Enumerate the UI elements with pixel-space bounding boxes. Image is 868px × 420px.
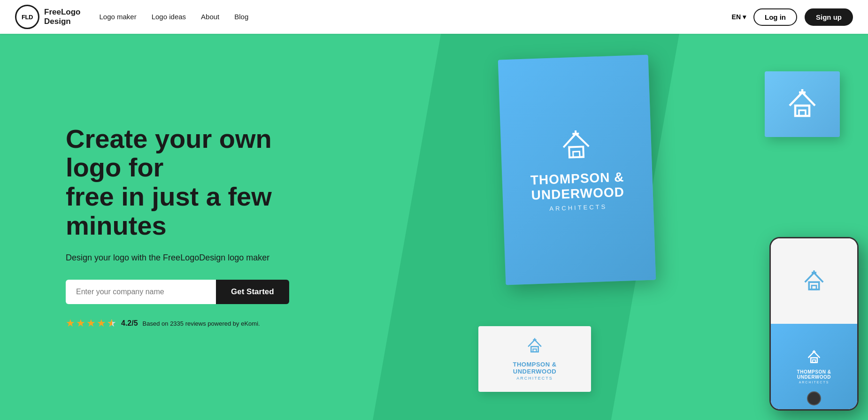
white-card-icon xyxy=(526,337,543,356)
star-4: ★ xyxy=(97,317,106,329)
star-rating: ★ ★ ★ ★ ★ ★ xyxy=(66,317,116,329)
cta-form: Get Started xyxy=(66,280,329,304)
star-2: ★ xyxy=(76,317,85,329)
brand-line2: UNDERWOOD xyxy=(530,184,625,203)
logo[interactable]: FLD FreeLogo Design xyxy=(15,5,80,29)
star-1: ★ xyxy=(66,317,75,329)
phone-brand: THOMPSON & UNDERWOOD ARCHITECTS xyxy=(797,369,831,384)
hero-content: Create your own logo for free in just a … xyxy=(0,96,329,358)
phone-screen-top xyxy=(771,238,857,324)
phone-bottom-icon xyxy=(807,350,822,367)
hero-subtitle: Design your logo with the FreeLogoDesign… xyxy=(66,253,329,263)
svg-rect-13 xyxy=(812,285,816,290)
main-business-card: THOMPSON & UNDERWOOD ARCHITECTS xyxy=(498,55,656,285)
chevron-down-icon: ▾ xyxy=(743,13,746,21)
phone-screen: THOMPSON & UNDERWOOD ARCHITECTS xyxy=(771,238,857,409)
rating-score: 4.2/5 xyxy=(121,319,138,328)
language-selector[interactable]: EN ▾ xyxy=(732,13,746,21)
logo-text: FreeLogo Design xyxy=(44,8,80,27)
hero-section: Create your own logo for free in just a … xyxy=(0,34,868,420)
nav-actions: EN ▾ Log in Sign up xyxy=(732,8,853,26)
nav-item-about[interactable]: About xyxy=(201,13,219,21)
navbar: FLD FreeLogo Design Logo maker Logo idea… xyxy=(0,0,868,34)
get-started-button[interactable]: Get Started xyxy=(216,280,289,304)
phone-home-button xyxy=(807,391,821,405)
brand-architects: ARCHITECTS xyxy=(531,202,625,213)
star-3: ★ xyxy=(86,317,96,329)
company-name-input[interactable] xyxy=(66,280,216,304)
rating-section: ★ ★ ★ ★ ★ ★ 4.2/5 Based on 2335 reviews … xyxy=(66,317,329,329)
svg-rect-17 xyxy=(813,359,815,362)
nav-item-logo-maker[interactable]: Logo maker xyxy=(99,13,136,21)
small-card xyxy=(765,71,840,137)
rating-text: Based on 2335 reviews powered by eKomi. xyxy=(143,320,260,327)
house-icon xyxy=(559,128,593,164)
nav-links: Logo maker Logo ideas About Blog xyxy=(99,13,248,21)
signup-button[interactable]: Sign up xyxy=(805,8,853,26)
white-card-brand: THOMPSON & UNDERWOOD ARCHITECTS xyxy=(513,361,556,381)
white-business-card: THOMPSON & UNDERWOOD ARCHITECTS xyxy=(478,326,591,392)
login-button[interactable]: Log in xyxy=(753,8,797,26)
hero-mockups: THOMPSON & UNDERWOOD ARCHITECTS xyxy=(446,34,868,420)
card-main-brand: THOMPSON & UNDERWOOD ARCHITECTS xyxy=(530,169,625,213)
nav-item-logo-ideas[interactable]: Logo ideas xyxy=(152,13,186,21)
hero-title: Create your own logo for free in just a … xyxy=(66,124,329,240)
star-5-half: ★ ★ xyxy=(107,317,116,329)
nav-item-blog[interactable]: Blog xyxy=(234,13,248,21)
phone-mockup: THOMPSON & UNDERWOOD ARCHITECTS xyxy=(769,237,859,411)
logo-icon: FLD xyxy=(15,5,39,29)
svg-rect-9 xyxy=(533,349,536,352)
